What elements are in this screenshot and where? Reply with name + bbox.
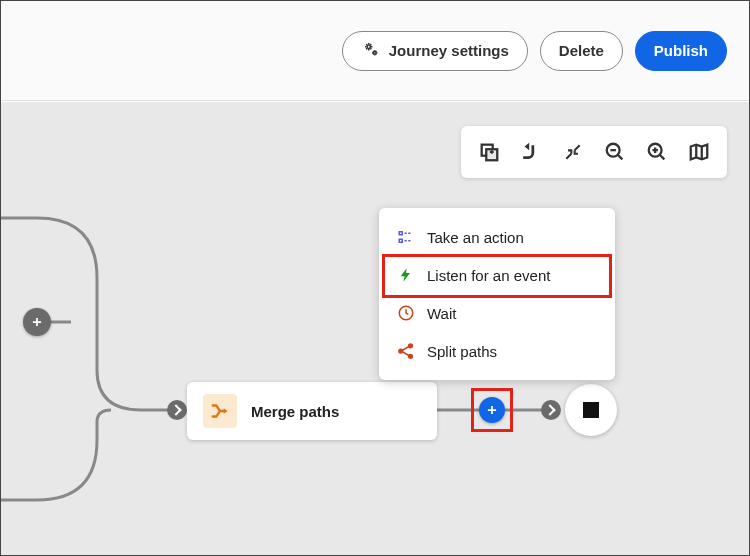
collapse-icon[interactable] <box>555 136 591 168</box>
svg-rect-7 <box>399 239 402 242</box>
menu-item-listen-event[interactable]: Listen for an event <box>379 256 615 294</box>
delete-label: Delete <box>559 42 604 59</box>
duplicate-icon[interactable] <box>471 136 507 168</box>
add-node-plus[interactable] <box>23 308 51 336</box>
menu-item-label: Take an action <box>427 229 524 246</box>
undo-icon[interactable] <box>513 136 549 168</box>
svg-rect-6 <box>399 232 402 235</box>
clock-icon <box>397 304 415 322</box>
menu-item-label: Split paths <box>427 343 497 360</box>
menu-item-wait[interactable]: Wait <box>379 294 615 332</box>
delete-button[interactable]: Delete <box>540 31 623 71</box>
svg-point-0 <box>367 45 370 48</box>
add-node-after-merge[interactable] <box>479 397 505 423</box>
merge-paths-icon <box>203 394 237 428</box>
split-icon <box>397 342 415 360</box>
add-node-popover: Take an action Listen for an event Wait … <box>379 208 615 380</box>
svg-point-1 <box>373 51 376 54</box>
journey-settings-label: Journey settings <box>389 42 509 59</box>
publish-button[interactable]: Publish <box>635 31 727 71</box>
publish-label: Publish <box>654 42 708 59</box>
canvas-toolbar <box>461 126 727 178</box>
menu-item-split-paths[interactable]: Split paths <box>379 332 615 370</box>
end-node[interactable] <box>565 384 617 436</box>
gears-icon <box>361 40 381 61</box>
chevron-before-merge[interactable] <box>167 400 187 420</box>
zoom-out-icon[interactable] <box>597 136 633 168</box>
take-action-icon <box>397 228 415 246</box>
chevron-before-end[interactable] <box>541 400 561 420</box>
journey-settings-button[interactable]: Journey settings <box>342 31 528 71</box>
menu-item-label: Wait <box>427 305 456 322</box>
map-icon[interactable] <box>681 136 717 168</box>
menu-item-label: Listen for an event <box>427 267 550 284</box>
canvas[interactable]: Merge paths Take an action Listen for an… <box>1 102 749 555</box>
menu-item-take-action[interactable]: Take an action <box>379 218 615 256</box>
zoom-in-icon[interactable] <box>639 136 675 168</box>
topbar: Journey settings Delete Publish <box>1 1 749 101</box>
merge-paths-label: Merge paths <box>251 403 339 420</box>
stop-icon <box>583 402 599 418</box>
merge-paths-card[interactable]: Merge paths <box>187 382 437 440</box>
lightning-icon <box>397 266 415 284</box>
